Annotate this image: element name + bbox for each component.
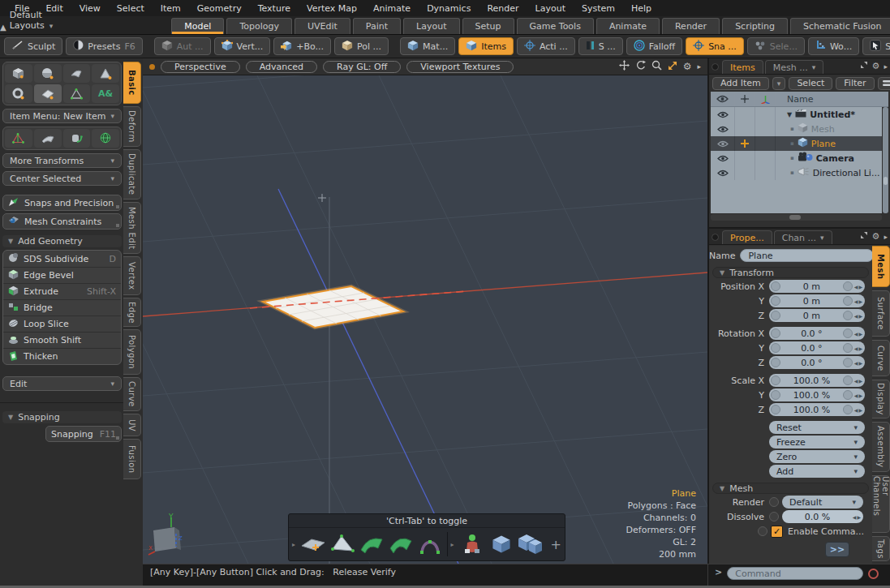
name-column-header[interactable]: Name: [776, 92, 888, 106]
perspective-view-button[interactable]: Perspective: [161, 61, 240, 73]
props-tab-tags[interactable]: Tags: [872, 536, 890, 561]
visibility-column-header[interactable]: [711, 92, 735, 106]
menu-select[interactable]: Select: [109, 3, 153, 14]
gear-icon[interactable]: ⚙: [872, 231, 880, 242]
mesh-constraints-button[interactable]: Mesh Constraints: [2, 213, 122, 230]
tab-setup[interactable]: Setup: [462, 18, 514, 34]
menu-dynamics[interactable]: Dynamics: [419, 3, 479, 14]
tab-animate[interactable]: Animate: [596, 18, 660, 34]
visibility-eye-icon[interactable]: [711, 151, 735, 165]
toolbox-tab-deform[interactable]: Deform: [123, 106, 141, 147]
tool-figure-icon[interactable]: [458, 530, 486, 558]
menu-item[interactable]: Item: [153, 3, 189, 14]
value-stepper[interactable]: ◀▶: [854, 407, 865, 413]
filter-button[interactable]: Filter: [836, 77, 874, 90]
edge-bevel-button[interactable]: Edge Bevel: [3, 267, 121, 283]
toolbox-tab-curve[interactable]: Curve: [123, 377, 141, 411]
channel-knob-icon[interactable]: [843, 343, 853, 353]
value-stepper[interactable]: ◀▶: [854, 313, 865, 319]
sculpt-button[interactable]: Sculpt: [4, 37, 62, 55]
layout-selector[interactable]: Default Layouts▾: [6, 10, 58, 34]
scale-z-field[interactable]: 100.0 %◀▶: [769, 403, 865, 416]
boolean-mode-button[interactable]: +Bo...: [273, 37, 331, 55]
presets-button[interactable]: Presets F6: [66, 37, 142, 55]
menu-help[interactable]: Help: [623, 3, 660, 14]
panel-resize-icon[interactable]: [860, 231, 868, 242]
thicken-button[interactable]: Thicken: [3, 348, 121, 364]
tab-properties[interactable]: Prope...: [722, 230, 772, 244]
item-list-vertical-scrollbar[interactable]: [883, 107, 888, 213]
channel-knob-icon[interactable]: [771, 296, 780, 306]
snapping-section-header[interactable]: ▼Snapping: [2, 411, 122, 423]
freeze-dropdown[interactable]: Freeze▾: [769, 436, 865, 449]
scrollbar-thumb[interactable]: [789, 215, 801, 220]
value-stepper[interactable]: ◀▶: [854, 393, 865, 398]
channel-knob-icon[interactable]: [758, 526, 767, 536]
scrollbar-thumb[interactable]: [884, 177, 888, 185]
popout-handle[interactable]: [116, 224, 119, 227]
viewport-3d[interactable]: Perspective Advanced Ray GL: Off Viewpor…: [143, 58, 707, 564]
center-column-header[interactable]: [735, 92, 755, 106]
channel-knob-icon[interactable]: [843, 405, 853, 414]
tab-channels[interactable]: Chan ...▾: [774, 230, 832, 244]
snaps-precision-button[interactable]: Snaps and Precision: [2, 195, 122, 211]
barrel-tool-button[interactable]: [63, 129, 91, 148]
rotation-x-field[interactable]: 0.0 °◀▶: [769, 327, 865, 340]
tab-render[interactable]: Render: [662, 18, 720, 34]
select-button[interactable]: Select: [789, 77, 832, 90]
value-stepper[interactable]: ◀▶: [854, 284, 865, 290]
render-dropdown[interactable]: Default▾: [782, 496, 863, 509]
channel-knob-icon[interactable]: [771, 281, 780, 291]
loop-slice-button[interactable]: Loop Slice: [3, 315, 121, 332]
menu-geometry[interactable]: Geometry: [189, 3, 250, 14]
plane-primitive-button[interactable]: [34, 84, 62, 103]
channel-knob-icon[interactable]: [843, 311, 853, 320]
channel-knob-icon[interactable]: [769, 497, 779, 507]
value-stepper[interactable]: ◀▶: [854, 378, 865, 384]
toolbox-tab-duplicate[interactable]: Duplicate: [123, 149, 141, 200]
tab-paint[interactable]: Paint: [353, 18, 401, 34]
channel-knob-icon[interactable]: [771, 358, 780, 367]
viewport-textures-button[interactable]: Viewport Textures: [406, 61, 514, 73]
smooth-shift-button[interactable]: Smooth Shift: [3, 332, 121, 348]
record-macro-icon[interactable]: [868, 569, 879, 579]
menu-animate[interactable]: Animate: [365, 3, 419, 14]
channel-knob-icon[interactable]: [771, 311, 780, 320]
menu-render[interactable]: Render: [479, 3, 527, 14]
visibility-eye-icon[interactable]: [711, 107, 735, 122]
list-options-button[interactable]: [878, 77, 890, 90]
snapping-popover-button[interactable]: Snapping F11: [45, 426, 122, 442]
center-flag-icon[interactable]: [735, 136, 755, 151]
tool-curve-surface2-icon[interactable]: [387, 530, 415, 558]
sds-subdivide-button[interactable]: SDS SubdivideD: [3, 251, 121, 267]
triangle-mesh-button[interactable]: [63, 84, 91, 103]
tab-layout[interactable]: Layout: [403, 18, 459, 34]
menu-layout[interactable]: Layout: [527, 3, 574, 14]
tool-curve-surface-icon[interactable]: [358, 530, 385, 558]
falloff-button[interactable]: Falloff: [626, 37, 682, 55]
rotation-y-field[interactable]: 0.0 °◀▶: [769, 341, 865, 354]
action-center-button[interactable]: Acti ...: [517, 37, 575, 55]
bridge-button[interactable]: Bridge: [3, 299, 121, 315]
mesh-section-header[interactable]: ▼Mesh: [712, 483, 869, 494]
value-stepper[interactable]: ◀▶: [853, 514, 863, 520]
visibility-eye-icon[interactable]: [711, 136, 735, 151]
cone-primitive-button[interactable]: [92, 64, 119, 83]
channel-knob-icon[interactable]: [843, 358, 853, 367]
selection-sets-button[interactable]: Sel ...: [862, 37, 890, 55]
menu-system[interactable]: System: [574, 3, 623, 14]
globe-tool-button[interactable]: [92, 129, 119, 148]
text-tool-button[interactable]: A&: [92, 84, 119, 103]
vertices-mode-button[interactable]: Vert...: [214, 37, 271, 55]
toolbox-tab-vertex[interactable]: Vertex: [123, 256, 141, 295]
cube-primitive-button[interactable]: [5, 64, 32, 83]
tab-scripting[interactable]: Scripting: [722, 18, 788, 34]
edit-dropdown[interactable]: Edit▾: [2, 376, 122, 391]
menu-vertex-map[interactable]: Vertex Map: [299, 3, 365, 14]
props-tab-user-channels[interactable]: User Channels: [872, 475, 890, 533]
shading-mode-button[interactable]: Advanced: [246, 61, 317, 73]
props-tab-surface[interactable]: Surface: [872, 290, 890, 337]
tool-cube-icon[interactable]: [488, 530, 515, 558]
rotation-z-field[interactable]: 0.0 °◀▶: [769, 356, 865, 369]
panel-resize-icon[interactable]: [860, 61, 868, 71]
